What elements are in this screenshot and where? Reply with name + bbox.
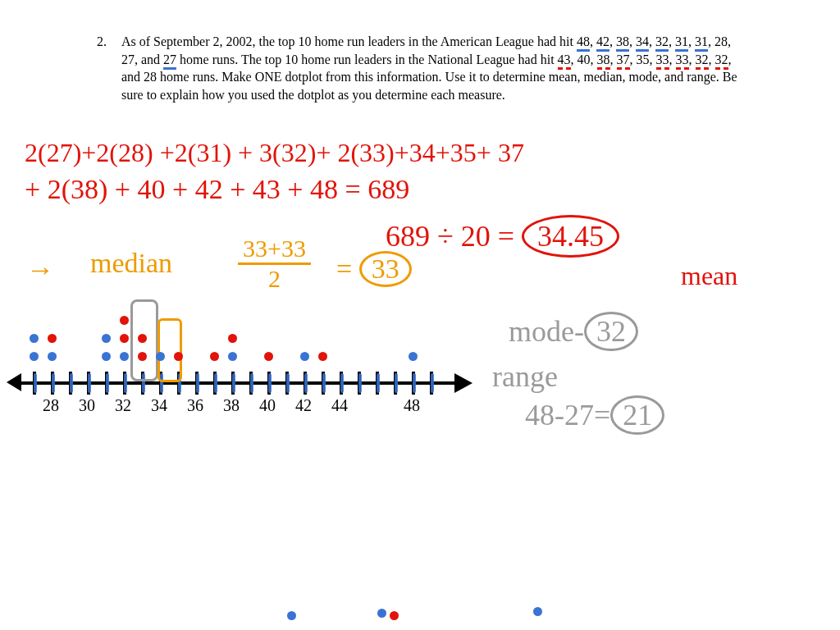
dotplot-dot	[48, 334, 57, 343]
axis-label: 42	[295, 396, 312, 415]
axis-blue-tick	[431, 373, 434, 393]
axis-label: 36	[187, 396, 203, 415]
dotplot-dot	[30, 334, 39, 343]
dotplot-dot	[48, 352, 57, 361]
stray-dot	[377, 609, 386, 618]
nl-val: 35	[637, 52, 650, 66]
stray-dot	[533, 607, 542, 616]
problem-statement: 2. As of September 2, 2002, the top 10 h…	[97, 33, 753, 103]
mode-line: mode-32	[509, 312, 638, 351]
median-fraction: 33+33 2	[238, 236, 311, 291]
dotplot-dot	[174, 352, 183, 361]
axis-blue-tick	[52, 373, 55, 393]
al-val: 27	[163, 52, 176, 70]
al-val: 31	[675, 34, 688, 52]
median-orange-box	[158, 318, 182, 382]
median-eq: = 33	[336, 251, 412, 287]
dotplot-dot	[138, 352, 147, 361]
nl-val: 28	[144, 70, 157, 84]
eq-sign: =	[336, 253, 352, 284]
axis-blue-tick	[395, 373, 398, 393]
mean-value-circled: 34.45	[522, 215, 619, 258]
axis-arrow-left-icon	[7, 373, 21, 391]
dotplot-dot	[228, 352, 237, 361]
al-val: 32	[655, 34, 669, 52]
dotplot-dot	[102, 352, 111, 361]
range-expr: 48-27=	[525, 399, 610, 431]
dotplot-dot	[210, 352, 219, 361]
al-val: 34	[636, 34, 649, 52]
dotplot-dot	[30, 352, 39, 361]
range-value-circled: 21	[610, 395, 664, 435]
median-value-circled: 33	[359, 251, 412, 287]
dotplot-dot	[409, 352, 418, 361]
dotplot-dot	[300, 352, 309, 361]
axis-label: 48	[404, 396, 420, 415]
axis-label: 38	[223, 396, 240, 415]
axis-blue-tick	[88, 373, 91, 393]
nl-val: 32	[696, 52, 709, 70]
axis-arrow-right-icon	[454, 373, 472, 393]
dotplot: 28303234363840424448	[16, 357, 476, 414]
nl-val: 43	[558, 52, 571, 70]
mode-label: mode-	[509, 315, 584, 348]
dotplot-dot	[264, 352, 273, 361]
axis-label: 34	[151, 396, 167, 415]
al-val: 48	[577, 34, 590, 52]
dotplot-dot	[228, 334, 237, 343]
division-expr: 689 ÷ 20 =	[386, 220, 514, 253]
axis-label: 28	[43, 396, 59, 415]
axis-label: 32	[115, 396, 131, 415]
dotplot-dot	[102, 334, 111, 343]
nl-val: 38	[597, 52, 610, 70]
problem-number: 2.	[97, 33, 118, 51]
axis-label: 30	[79, 396, 95, 415]
prob-mid: home runs. The top 10 home run leaders i…	[180, 52, 557, 66]
nl-val: 32	[715, 52, 728, 70]
al-val: 27	[121, 52, 135, 66]
axis-label: 40	[259, 396, 276, 415]
median-frac-top: 33+33	[238, 236, 311, 265]
dotplot-dot	[156, 352, 165, 361]
al-val: 42	[596, 34, 609, 52]
mean-label: mean	[681, 261, 737, 291]
prob-post: home runs. Make ONE dotplot from this in…	[121, 70, 737, 102]
al-val: 28	[714, 34, 728, 48]
axis-blue-tick	[377, 373, 380, 393]
axis-blue-tick	[106, 373, 109, 393]
sum-line-1: 2(27)+2(28) +2(31) + 3(32)+ 2(33)+34+35+…	[25, 138, 524, 168]
dotplot-dot	[138, 334, 147, 343]
nl-val: 33	[656, 52, 669, 70]
axis-blue-tick	[214, 373, 217, 393]
median-label: median	[90, 248, 172, 279]
dotplot-dot	[120, 316, 129, 325]
nl-val: 40	[578, 52, 591, 66]
al-val: 38	[616, 34, 629, 52]
axis-blue-tick	[196, 373, 199, 393]
axis-blue-tick	[322, 373, 326, 393]
axis-blue-tick	[250, 373, 253, 393]
nl-val: 33	[676, 52, 689, 70]
mean-division: 689 ÷ 20 = 34.45	[386, 215, 619, 258]
nl-val: 37	[617, 52, 630, 70]
median-frac-bot: 2	[238, 265, 311, 291]
range-expr-line: 48-27=21	[525, 395, 664, 435]
al-val: 31	[695, 34, 708, 52]
axis-blue-tick	[304, 373, 308, 393]
axis-blue-tick	[413, 373, 416, 393]
axis-blue-tick	[286, 373, 290, 393]
median-arrow: →	[26, 254, 56, 285]
stray-dot	[390, 611, 399, 620]
axis-blue-tick	[268, 373, 272, 393]
axis-line	[16, 381, 459, 385]
problem-body: As of September 2, 2002, the top 10 home…	[121, 33, 745, 103]
axis-blue-tick	[70, 373, 73, 393]
axis-blue-tick	[34, 373, 37, 393]
dotplot-dot	[318, 352, 327, 361]
dotplot-dot	[120, 352, 129, 361]
prob-pre: As of September 2, 2002, the top 10 home…	[121, 34, 577, 48]
stray-dot	[287, 611, 296, 620]
axis-blue-tick	[358, 373, 362, 393]
axis-blue-tick	[340, 373, 344, 393]
axis-blue-tick	[232, 373, 235, 393]
